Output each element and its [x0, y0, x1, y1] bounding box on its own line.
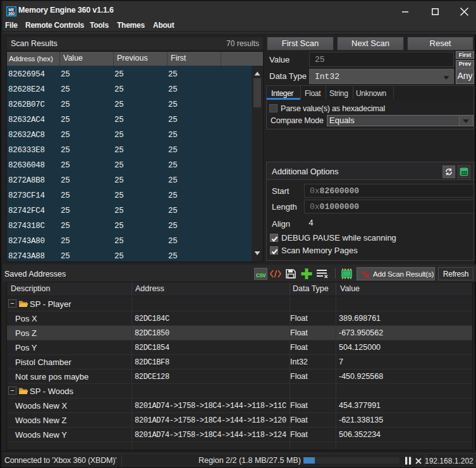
svg-text:360: 360: [8, 11, 15, 16]
